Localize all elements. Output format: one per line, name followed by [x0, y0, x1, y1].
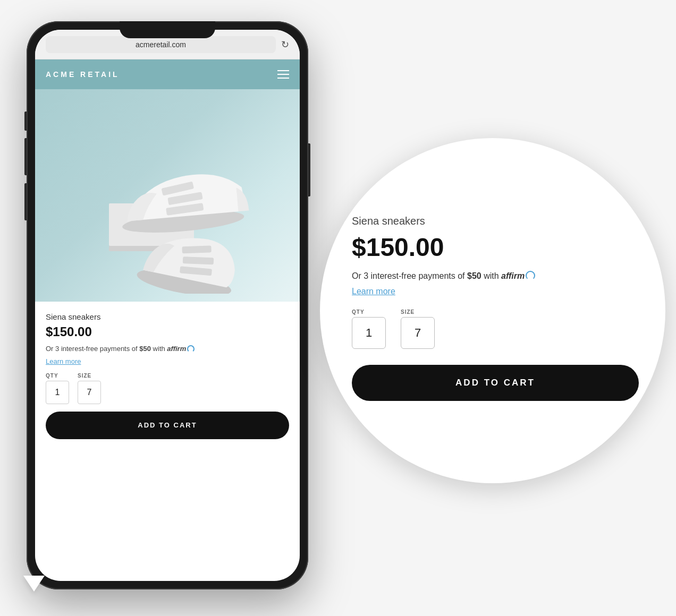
- sneaker-illustration: [35, 89, 300, 302]
- site-logo: ACME RETAIL: [46, 70, 120, 79]
- hamburger-line-3: [277, 78, 289, 79]
- bubble-qty-label: QTY: [352, 309, 386, 315]
- bubble-affirm-circle: [526, 271, 535, 280]
- affirm-prefix: Or 3 interest-free payments of: [46, 345, 139, 353]
- product-name: Siena sneakers: [46, 312, 289, 321]
- phone-button-power: [308, 143, 310, 196]
- phone-frame: acmeretail.com ↻ ACME RETAIL: [27, 21, 308, 589]
- scene: acmeretail.com ↻ ACME RETAIL: [0, 0, 676, 616]
- bubble-size-label: SIZE: [401, 309, 435, 315]
- bubble-affirm-brand: affirm: [501, 271, 525, 280]
- url-text: acmeretail.com: [136, 40, 186, 49]
- phone-notch: [120, 21, 215, 38]
- bubble-size-group: SIZE 7: [401, 309, 435, 349]
- qty-input[interactable]: 1: [46, 381, 69, 404]
- phone-screen: acmeretail.com ↻ ACME RETAIL: [35, 30, 300, 581]
- bubble-size-input[interactable]: 7: [401, 317, 435, 349]
- bubble-pointer: [23, 576, 45, 592]
- product-image: [35, 89, 300, 302]
- bubble-content: Siena sneakers $150.00 Or 3 interest-fre…: [320, 138, 665, 483]
- svg-rect-7: [182, 245, 211, 253]
- affirm-brand-name: affirm: [167, 345, 186, 353]
- add-to-cart-button-small[interactable]: ADD TO CART: [46, 412, 289, 439]
- url-bar[interactable]: acmeretail.com: [46, 36, 276, 53]
- bubble-add-to-cart-button[interactable]: ADD TO CART: [352, 365, 639, 401]
- phone-button-volume-up: [24, 138, 27, 175]
- bubble-qty-input[interactable]: 1: [352, 317, 386, 349]
- bubble-qty-size-row: QTY 1 SIZE 7: [352, 309, 639, 349]
- bubble-affirm-mid: with: [481, 271, 501, 280]
- phone-button-silent: [24, 112, 27, 131]
- bubble-affirm-amount: $50: [467, 271, 481, 280]
- magnified-bubble: Siena sneakers $150.00 Or 3 interest-fre…: [320, 138, 665, 483]
- affirm-amount: $50: [139, 345, 151, 353]
- learn-more-link[interactable]: Learn more: [46, 357, 81, 365]
- bubble-affirm-prefix: Or 3 interest-free payments of: [352, 271, 467, 280]
- size-label: SIZE: [78, 373, 101, 379]
- bubble-learn-more-link[interactable]: Learn more: [352, 287, 639, 296]
- qty-size-row: QTY 1 SIZE 7: [46, 373, 289, 404]
- phone-button-volume-down: [24, 183, 27, 220]
- bubble-affirm-text: Or 3 interest-free payments of $50 with …: [352, 269, 639, 283]
- qty-label: QTY: [46, 373, 69, 379]
- affirm-logo-circle: [187, 345, 195, 353]
- bubble-qty-group: QTY 1: [352, 309, 386, 349]
- refresh-icon[interactable]: ↻: [281, 39, 289, 50]
- bubble-product-name: Siena sneakers: [352, 215, 639, 227]
- svg-rect-8: [183, 256, 214, 264]
- product-price: $150.00: [46, 324, 289, 339]
- bubble-price: $150.00: [352, 233, 639, 262]
- size-group: SIZE 7: [78, 373, 101, 404]
- site-header: ACME RETAIL: [35, 59, 300, 89]
- hamburger-line-1: [277, 70, 289, 71]
- size-input[interactable]: 7: [78, 381, 101, 404]
- product-info-section: Siena sneakers $150.00 Or 3 interest-fre…: [35, 302, 300, 448]
- menu-icon[interactable]: [277, 70, 289, 79]
- qty-group: QTY 1: [46, 373, 69, 404]
- hamburger-line-2: [277, 74, 289, 75]
- affirm-payment-text: Or 3 interest-free payments of $50 with …: [46, 344, 289, 354]
- affirm-mid: with: [151, 345, 167, 353]
